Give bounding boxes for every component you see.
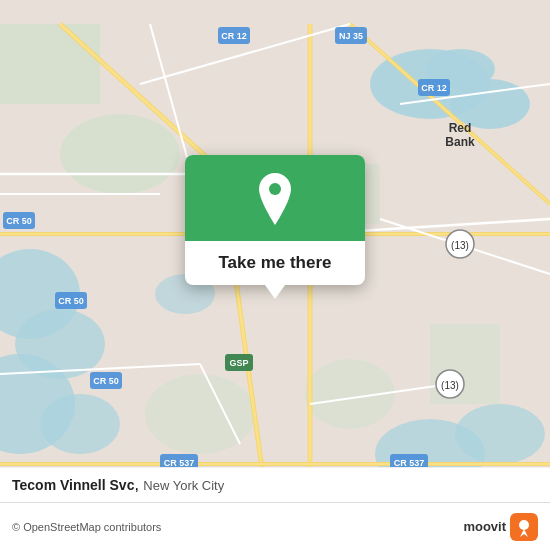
popup-header [185,155,365,241]
svg-text:(13): (13) [451,240,469,251]
svg-point-7 [40,394,120,454]
svg-point-12 [60,114,180,194]
svg-point-66 [519,520,529,530]
svg-text:CR 12: CR 12 [421,83,447,93]
location-info-bar: Tecom Vinnell Svc, New York City [0,467,550,502]
svg-text:Bank: Bank [445,135,475,149]
svg-text:CR 50: CR 50 [6,216,32,226]
location-name: Tecom Vinnell Svc [12,477,134,493]
svg-text:CR 12: CR 12 [221,31,247,41]
svg-point-64 [269,183,281,195]
svg-text:GSP: GSP [229,358,248,368]
svg-text:CR 50: CR 50 [58,296,84,306]
svg-text:Red: Red [449,121,472,135]
svg-point-9 [455,404,545,464]
location-city: New York City [143,478,224,493]
svg-text:NJ 35: NJ 35 [339,31,363,41]
map-attribution: © OpenStreetMap contributors [12,521,161,533]
popup-card: Take me there [185,155,365,285]
location-pin-icon [253,173,297,225]
svg-text:(13): (13) [441,380,459,391]
moovit-logo-icon [510,513,538,541]
bottom-bar: © OpenStreetMap contributors moovit [0,502,550,550]
moovit-logo: moovit [463,513,538,541]
moovit-label: moovit [463,519,506,534]
take-me-there-button[interactable]: Take me there [200,241,349,285]
svg-text:CR 50: CR 50 [93,376,119,386]
map-container: CR 12 NJ 35 CR 50 CR 50 CR 50 (13) (13) … [0,0,550,550]
svg-rect-11 [0,24,100,104]
